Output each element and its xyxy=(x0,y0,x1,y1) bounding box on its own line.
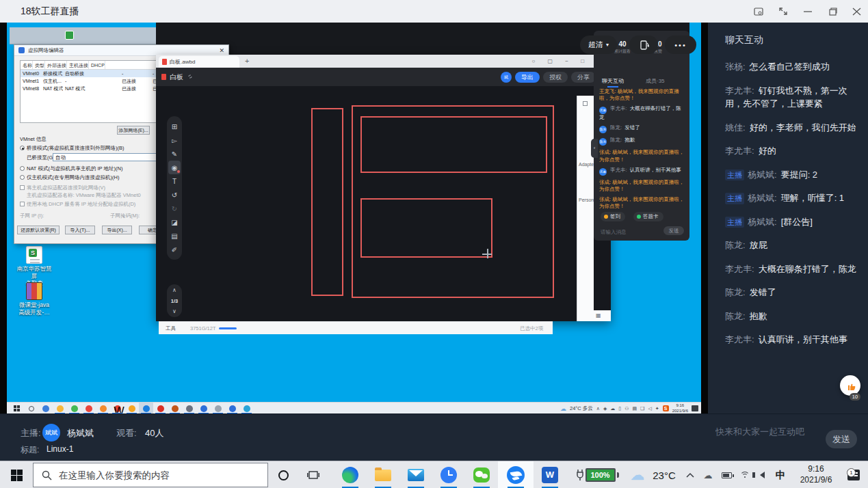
temperature-label[interactable]: 23°C xyxy=(648,461,680,488)
ime-indicator[interactable]: 中 xyxy=(770,461,791,488)
adapter-checkbox: 将主机虚拟适配器连接到此网络(V) xyxy=(20,185,105,191)
chat-text: [群公告] xyxy=(781,217,813,227)
stream-title-label: 标题: xyxy=(21,444,39,456)
whiteboard-toolbar: ⊞ ▻ ✎ ◉ T ↺ ↻ ◪ ▤ ✐ xyxy=(167,116,182,260)
taskbar-browser-blue-icon xyxy=(139,403,153,414)
chat-message: 陈龙:放屁 xyxy=(725,239,858,252)
action-center-icon[interactable]: 1 xyxy=(840,461,867,488)
tray-cloud-icon[interactable]: ☁ xyxy=(699,461,717,488)
taskbar-molecule-icon xyxy=(153,403,168,414)
tray-s-icon: S xyxy=(663,405,669,411)
maximize-icon[interactable] xyxy=(828,8,837,16)
desktop-icon-sheet: S 南京华苏智慧屏 考勤表 xyxy=(15,246,53,287)
overlay-chat-message: 张成: 杨斌斌，我来围观你的直播啦，为你点赞！ xyxy=(599,149,685,163)
cortana-button[interactable] xyxy=(268,461,298,488)
video-stream[interactable]: S 南京华苏智慧屏 考勤表 微课堂-java 高级开发-… 虚拟网络编辑器 ✕ … xyxy=(7,23,701,414)
mini-mode-icon[interactable] xyxy=(754,8,763,16)
chat-input[interactable] xyxy=(715,426,818,437)
overlay-chat-message: 尤丰 李尤丰: 大概在聊条打错了，陈龙 xyxy=(599,105,685,121)
hostonly-radio: 仅主机模式(在专用网络内连接虚拟机)(H) xyxy=(20,174,119,181)
taskbar-search[interactable] xyxy=(33,463,268,487)
tray-expand-icon[interactable] xyxy=(681,461,699,488)
toolbox-icon: ▤ xyxy=(168,229,181,243)
wechat-icon[interactable] xyxy=(465,461,498,488)
alarms-icon[interactable] xyxy=(432,461,465,488)
dingtalk-icon[interactable] xyxy=(498,461,534,488)
permission-button: 授权 xyxy=(543,72,568,83)
notification-icon xyxy=(692,405,698,411)
host-avatar: 斌斌 xyxy=(42,424,60,442)
chat-message: 主播杨斌斌:要提问: 2 xyxy=(725,168,858,182)
background-statusbar-fragment: 工具 3751G/12T 已选中2项 xyxy=(159,321,553,334)
chat-sender: 李尤丰: xyxy=(725,146,754,156)
captured-taskbar: W xyxy=(7,402,701,414)
mail-icon[interactable] xyxy=(399,461,432,488)
tray-wifi-icon[interactable] xyxy=(736,461,754,488)
plug-icon xyxy=(576,469,584,481)
tray-battery-icon[interactable] xyxy=(717,461,736,488)
chat-message: 李尤丰:认真听讲，别干其他事 xyxy=(725,333,858,347)
avatar: 陈龙 xyxy=(599,138,607,146)
overlay-send-button: 发送 xyxy=(663,226,684,235)
taskbar-app-orange-icon xyxy=(168,403,182,414)
overlay-chat-message: 陈龙 陈龙: 抱歉 xyxy=(599,137,685,146)
chat-sender: 杨斌斌: xyxy=(748,170,777,180)
vmware-column-header: 主机连接 xyxy=(67,61,89,69)
bridged-radio: 桥接模式(将虚拟机直接连接到外部网络)(B) xyxy=(20,145,124,152)
tray-chat-icon: ❑ xyxy=(640,406,644,411)
chat-text: 认真听讲，别干其他事 xyxy=(759,334,847,344)
task-view-button[interactable] xyxy=(298,461,328,488)
minimize-icon[interactable] xyxy=(803,8,813,16)
chat-message: 姚佳:好的，李老师，我们先开始 xyxy=(725,121,858,135)
start-button[interactable] xyxy=(0,461,33,488)
rotate-screen-button xyxy=(629,36,658,54)
document-icon xyxy=(162,59,167,65)
edge-icon[interactable] xyxy=(334,461,367,488)
window-title: 18软工群直播 xyxy=(21,0,79,23)
taskbar-clock[interactable]: 9:16 2021/9/6 xyxy=(792,461,840,488)
word-icon[interactable]: W xyxy=(534,461,566,488)
chat-sender: 姚佳: xyxy=(725,122,746,133)
chat-sidebar: 聊天互动 张杨:怎么看自己签到成功 李尤丰:钉钉我也不熟，第一次用，先不管了，上… xyxy=(708,23,868,414)
export-button: 导出(X)... xyxy=(102,226,132,234)
chat-message: 陈龙:抱歉 xyxy=(725,310,858,323)
weather-cloud-icon[interactable]: ☁ xyxy=(627,461,648,488)
whiteboard-window: 白板.awbd + ○ ▢ − □ ✕ 白板 斌 导出 授权 分享 ⚙ ⊞ xyxy=(156,55,611,321)
weather-cloud-icon: ☁ xyxy=(560,405,566,412)
chat-sender: 李尤丰: xyxy=(725,334,754,344)
chat-message: 主播杨斌斌:理解，听懂了: 1 xyxy=(725,191,858,205)
taskbar-explorer-icon xyxy=(53,403,67,414)
file-explorer-icon[interactable] xyxy=(367,461,399,488)
whiteboard-tabstrip: 白板.awbd + ○ ▢ − □ ✕ xyxy=(156,55,611,68)
like-count-badge: 10 xyxy=(850,393,860,401)
clock-date: 2021/9/6 xyxy=(792,475,840,486)
checkbox-fragment xyxy=(583,101,588,106)
host-name: 杨斌斌 xyxy=(67,427,94,439)
vmware-icon xyxy=(18,47,25,53)
overlay-chat-message: 张成: 杨斌斌，我来围观你的直播啦，为你点赞！ xyxy=(599,196,685,208)
fullscreen-icon[interactable] xyxy=(778,7,788,16)
tray-volume-icon[interactable] xyxy=(754,461,770,488)
taskbar-copy-icon xyxy=(225,403,239,414)
chat-message-list[interactable]: 张杨:怎么看自己签到成功 李尤丰:钉钉我也不熟，第一次用，先不管了，上课要紧 姚… xyxy=(708,60,868,414)
overlay-tab-members: 成员·35 xyxy=(646,77,665,85)
tray-case-icon: ▤ xyxy=(632,406,637,411)
restore-defaults-button: 还原默认设置(R) xyxy=(17,226,60,234)
overlay-chat-list: 王龙飞: 杨斌斌，我来围观你的直播啦，为你点赞！ 尤丰 李尤丰: 大概在聊条打错… xyxy=(599,88,685,208)
spreadsheet-file-icon: S xyxy=(26,246,42,264)
whiteboard-header: 白板 斌 导出 授权 分享 ⚙ xyxy=(156,68,611,86)
search-input[interactable] xyxy=(59,470,237,480)
close-icon[interactable] xyxy=(852,8,861,16)
chat-message: 张杨:怎么看自己签到成功 xyxy=(725,60,858,74)
overlay-tab-chat: 聊天互动 xyxy=(602,77,624,87)
chat-message: 李尤丰:大概在聊条打错了，陈龙 xyxy=(725,262,858,276)
chat-text: 理解，听懂了: 1 xyxy=(781,193,844,203)
chat-sender: 张杨: xyxy=(725,62,746,72)
taskbar-firefox-icon xyxy=(96,403,110,414)
send-button[interactable]: 发送 xyxy=(826,430,857,448)
vmware-column-header: 外部连接 xyxy=(45,61,67,69)
desktop-icon-rar: 微课堂-java 高级开发-… xyxy=(15,282,53,316)
battery-widget[interactable]: 100% xyxy=(573,461,621,488)
new-tab-icon: + xyxy=(245,55,249,68)
drawn-rectangle xyxy=(360,198,492,258)
